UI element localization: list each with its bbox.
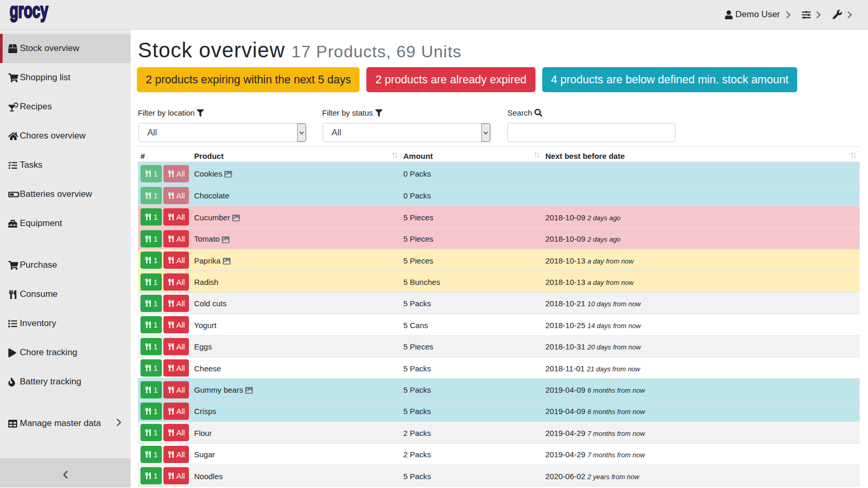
svg-text:grocy: grocy (10, 2, 49, 22)
